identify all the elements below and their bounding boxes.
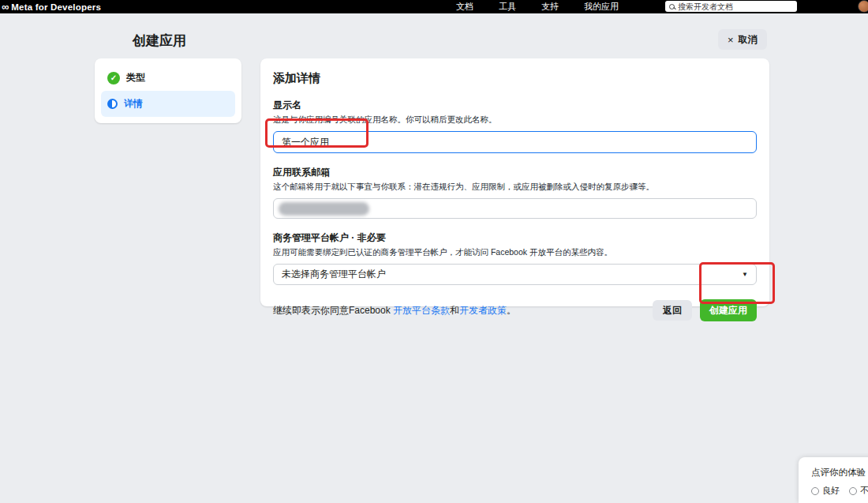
page-title: 创建应用 bbox=[133, 32, 186, 50]
agreement-prefix: 继续即表示你同意Facebook bbox=[273, 305, 393, 316]
create-app-button[interactable]: 创建应用 bbox=[700, 299, 757, 321]
progress-half-circle-icon bbox=[107, 99, 118, 109]
developer-policy-link[interactable]: 开发者政策 bbox=[459, 305, 507, 316]
feedback-title: 点评你的体验 bbox=[811, 467, 868, 479]
top-nav: 文档 工具 支持 我的应用 bbox=[456, 0, 619, 13]
business-account-selected-value: 未选择商务管理平台帐户 bbox=[282, 268, 386, 281]
feedback-panel: 点评你的体验 良好 不 bbox=[799, 457, 868, 503]
feedback-option-good[interactable]: 良好 bbox=[811, 485, 840, 497]
radio-icon bbox=[849, 487, 857, 495]
meta-logo-icon: ∞ bbox=[2, 2, 9, 12]
step-details[interactable]: 详情 bbox=[101, 91, 235, 117]
chevron-down-icon: ▼ bbox=[742, 271, 748, 278]
nav-item-support[interactable]: 支持 bbox=[541, 1, 559, 13]
display-name-help: 这是与你应用编号关联的应用名称。你可以稍后更改此名称。 bbox=[273, 114, 757, 126]
nav-item-my-apps[interactable]: 我的应用 bbox=[584, 1, 619, 13]
agreement-suffix: 。 bbox=[507, 305, 516, 316]
feedback-option-good-label: 良好 bbox=[822, 485, 840, 497]
back-button[interactable]: 返回 bbox=[653, 300, 692, 321]
close-icon: × bbox=[728, 35, 734, 45]
topbar: ∞ Meta for Developers 文档 工具 支持 我的应用 bbox=[0, 0, 868, 13]
contact-email-label: 应用联系邮箱 bbox=[273, 166, 757, 179]
business-account-label: 商务管理平台帐户 · 非必要 bbox=[273, 231, 757, 245]
form-heading: 添加详情 bbox=[273, 71, 757, 86]
display-name-input[interactable] bbox=[273, 131, 757, 153]
feedback-option-bad-label: 不 bbox=[860, 485, 868, 497]
display-name-field: 显示名 这是与你应用编号关联的应用名称。你可以稍后更改此名称。 bbox=[273, 99, 757, 153]
search-input[interactable] bbox=[678, 2, 793, 11]
step-type[interactable]: ✓ 类型 bbox=[101, 65, 235, 91]
meta-logo-text: Meta for Developers bbox=[11, 2, 101, 12]
radio-icon bbox=[811, 487, 819, 495]
meta-logo[interactable]: ∞ Meta for Developers bbox=[2, 0, 101, 13]
search-box[interactable] bbox=[665, 1, 797, 12]
form-footer: 继续即表示你同意Facebook 开放平台条款和开发者政策。 返回 创建应用 bbox=[273, 299, 757, 321]
details-card: 添加详情 显示名 这是与你应用编号关联的应用名称。你可以稍后更改此名称。 应用联… bbox=[260, 58, 769, 306]
redacted-email-blur bbox=[279, 202, 369, 216]
feedback-option-bad[interactable]: 不 bbox=[849, 485, 868, 497]
nav-item-docs[interactable]: 文档 bbox=[456, 1, 473, 13]
step-type-label: 类型 bbox=[126, 71, 145, 84]
cancel-button[interactable]: × 取消 bbox=[718, 29, 767, 50]
contact-email-field: 应用联系邮箱 这个邮箱将用于就以下事宜与你联系：潜在违规行为、应用限制，或应用被… bbox=[273, 166, 757, 219]
avatar[interactable] bbox=[858, 0, 868, 13]
display-name-label: 显示名 bbox=[273, 99, 757, 112]
search-icon bbox=[669, 4, 675, 9]
platform-terms-link[interactable]: 开放平台条款 bbox=[393, 305, 450, 316]
feedback-options: 良好 不 bbox=[811, 485, 868, 497]
contact-email-help: 这个邮箱将用于就以下事宜与你联系：潜在违规行为、应用限制，或应用被删除或入侵时的… bbox=[273, 182, 757, 193]
nav-item-tools[interactable]: 工具 bbox=[499, 1, 516, 13]
agreement-text: 继续即表示你同意Facebook 开放平台条款和开发者政策。 bbox=[273, 304, 653, 317]
check-icon: ✓ bbox=[107, 72, 120, 84]
business-account-field: 商务管理平台帐户 · 非必要 应用可能需要绑定到已认证的商务管理平台帐户，才能访… bbox=[273, 231, 757, 285]
agreement-middle: 和 bbox=[450, 305, 459, 316]
business-account-select[interactable]: 未选择商务管理平台帐户 ▼ bbox=[273, 264, 757, 285]
business-account-help: 应用可能需要绑定到已认证的商务管理平台帐户，才能访问 Facebook 开放平台… bbox=[273, 247, 757, 258]
step-details-label: 详情 bbox=[124, 97, 143, 111]
steps-card: ✓ 类型 详情 bbox=[95, 58, 241, 123]
cancel-label: 取消 bbox=[739, 33, 758, 47]
contact-email-input[interactable] bbox=[273, 198, 757, 219]
